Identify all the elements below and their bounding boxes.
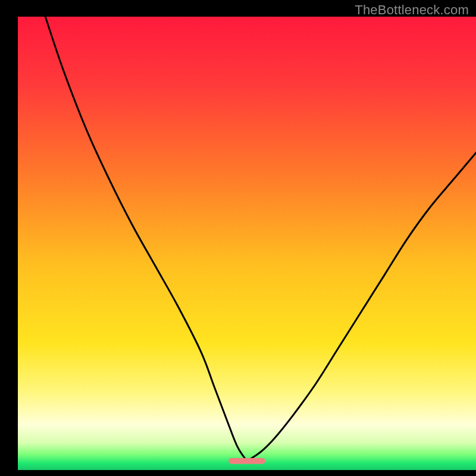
chart-frame: TheBottleneck.com	[0, 0, 476, 476]
valley-marker	[228, 458, 265, 464]
plot-background	[18, 17, 476, 470]
bottleneck-plot	[0, 0, 476, 476]
watermark-text: TheBottleneck.com	[355, 2, 469, 18]
